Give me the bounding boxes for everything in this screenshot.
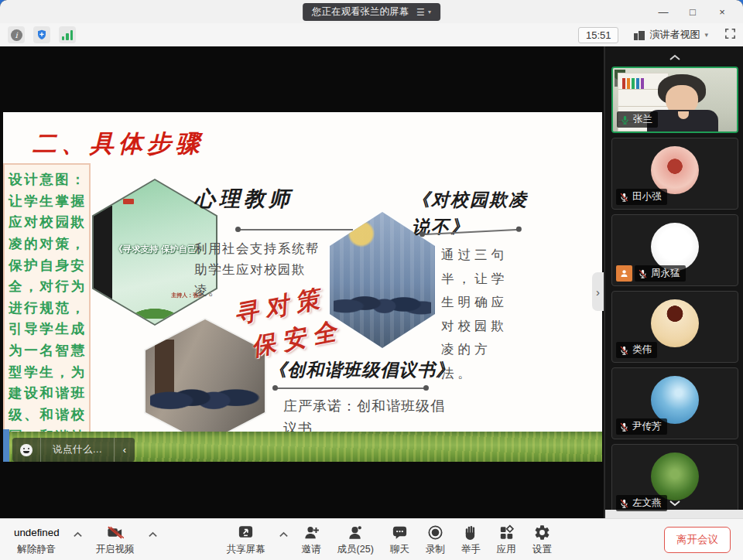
participant-tag-row: 尹传芳 xyxy=(616,418,667,435)
toolbar-button-label: 成员(25) xyxy=(337,543,374,556)
toolbar-button-label: 开启视频 xyxy=(96,543,135,556)
member-role-badge-icon xyxy=(616,265,632,282)
participant-tile[interactable]: 类伟 xyxy=(611,291,738,363)
toolbar-chat-button[interactable]: 聊天 xyxy=(385,521,414,558)
participant-avatar xyxy=(651,452,699,500)
participant-nametag: 周永猛 xyxy=(635,265,686,282)
toolbar-button-label: 举手 xyxy=(461,543,481,556)
presentation-slide: 二、具体步骤 设计意图：让学生掌握应对校园欺凌的对策，保护自身安全，对行为进行规… xyxy=(3,112,602,462)
toolbar-invite-button[interactable]: 邀请 xyxy=(297,521,326,558)
slide-title: 二、具体步骤 xyxy=(33,128,204,160)
participant-tag-row: 张兰 xyxy=(617,111,658,128)
chat-input-placeholder[interactable]: 说点什么... xyxy=(41,438,115,462)
participants-sidebar: 张兰田小强周永猛类伟尹传芳左文燕 xyxy=(604,46,743,518)
quick-chat-bar[interactable]: 说点什么... ‹ xyxy=(12,438,135,462)
meeting-infobar: i 15:51 演讲者视图 ▾ xyxy=(0,23,743,47)
scroll-down-chevron[interactable] xyxy=(665,497,685,508)
toolbar-button-label: 应用 xyxy=(497,543,516,556)
scroll-up-chevron[interactable] xyxy=(665,52,685,63)
toolbar-apps-button[interactable]: 应用 xyxy=(492,521,521,558)
participant-nametag: 田小强 xyxy=(616,189,667,205)
toolbar-record-button[interactable]: 录制 xyxy=(421,521,450,558)
toolbar-hand-button[interactable]: 举手 xyxy=(457,521,485,558)
participant-nametag: 张兰 xyxy=(617,111,658,128)
toolbar-share-button[interactable]: 共享屏幕 xyxy=(222,521,270,558)
connector-line xyxy=(274,388,427,389)
meeting-timer: 15:51 xyxy=(578,27,619,43)
minimize-button[interactable]: — xyxy=(649,6,678,18)
members-icon xyxy=(347,523,365,541)
toolbar-members-button[interactable]: 成员(25) xyxy=(333,521,378,558)
collapse-chat-icon[interactable]: ‹ xyxy=(115,438,135,462)
participant-name: 周永猛 xyxy=(651,267,680,280)
participant-tag-row: 田小强 xyxy=(616,189,667,205)
participant-tag-row: 左文燕 xyxy=(616,495,667,511)
banner-caret-icon: ▾ xyxy=(428,9,431,15)
participant-avatar xyxy=(651,376,699,424)
mic-muted-icon xyxy=(619,422,629,432)
hand-icon xyxy=(462,523,480,541)
mic-muted-icon xyxy=(619,345,629,356)
security-shield-icon[interactable] xyxy=(33,26,50,43)
participant-tile[interactable]: 张兰 xyxy=(611,67,738,133)
video-icon xyxy=(106,523,124,541)
chat-icon xyxy=(391,523,409,541)
screen-watching-label: 您正在观看张兰的屏幕 xyxy=(312,5,409,19)
photo-edge xyxy=(3,429,9,462)
chevron-up-icon[interactable] xyxy=(71,528,84,540)
leave-meeting-button[interactable]: 离开会议 xyxy=(664,527,731,553)
mic-muted-icon xyxy=(638,268,648,279)
toolbar-buttons: undefined解除静音开启视频共享屏幕邀请成员(25)聊天录制举手应用设置 xyxy=(9,521,556,558)
participant-tag-row: 类伟 xyxy=(616,342,657,358)
participant-tile[interactable]: 田小强 xyxy=(611,138,738,210)
participant-tile[interactable]: 周永猛 xyxy=(611,214,738,286)
participant-avatar xyxy=(651,299,699,347)
share-icon xyxy=(237,523,255,541)
view-mode-button[interactable]: 演讲者视图 ▾ xyxy=(629,26,713,44)
mute-icon: undefined xyxy=(14,523,60,541)
close-button[interactable]: × xyxy=(707,6,737,18)
sidebar-collapse-handle[interactable]: › xyxy=(592,272,604,311)
shared-screen: 二、具体步骤 设计意图：让学生掌握应对校园欺凌的对策，保护自身安全，对行为进行规… xyxy=(0,46,604,518)
mic-on-icon xyxy=(620,114,630,125)
toolbar-button-label: 录制 xyxy=(426,543,445,556)
design-intent-panel: 设计意图：让学生掌握应对校园欺凌的对策，保护自身安全，对行为进行规范，引导学生成… xyxy=(3,163,91,462)
participant-name: 田小强 xyxy=(632,190,662,203)
layout-icon xyxy=(634,29,645,40)
participant-nametag: 类伟 xyxy=(616,342,657,358)
emoji-icon[interactable] xyxy=(12,438,41,462)
design-intent-text: 设计意图：让学生掌握应对校园欺凌的对策，保护自身安全，对行为进行规范，引导学生成… xyxy=(9,172,85,462)
maximize-button[interactable]: □ xyxy=(678,6,707,18)
chevron-up-icon[interactable] xyxy=(146,528,159,540)
participant-tile[interactable]: 尹传芳 xyxy=(611,367,738,439)
participant-name: 尹传芳 xyxy=(632,420,662,433)
section-heading-proposal: 《创和谐班级倡议书》 xyxy=(269,358,454,382)
mic-muted-icon xyxy=(619,192,629,203)
toolbar-settings-button[interactable]: 设置 xyxy=(528,521,556,558)
toolbar-button-label: 设置 xyxy=(532,543,552,556)
network-signal-icon xyxy=(59,26,76,43)
meeting-toolbar: undefined解除静音开启视频共享屏幕邀请成员(25)聊天录制举手应用设置 … xyxy=(0,518,743,560)
fullscreen-button[interactable] xyxy=(724,27,737,43)
hexagon-classroom-photo-2 xyxy=(144,318,266,445)
section-heading-psych-teacher: 心理教师 xyxy=(194,185,293,213)
meeting-window: 您正在观看张兰的屏幕 ☰▾ — □ × i 15:51 演讲者视图 ▾ xyxy=(0,0,743,560)
toolbar-video-button[interactable]: 开启视频 xyxy=(91,521,139,558)
participant-tag-row: 周永猛 xyxy=(616,265,686,282)
toolbar-button-label: 解除静音 xyxy=(17,543,56,556)
apps-icon xyxy=(498,523,515,541)
toolbar-button-label: 邀请 xyxy=(302,543,321,556)
participant-list: 张兰田小强周永猛类伟尹传芳左文燕 xyxy=(611,67,738,521)
participant-avatar xyxy=(651,223,699,271)
banner-menu-icon[interactable]: ☰ xyxy=(416,7,425,18)
participant-avatar xyxy=(651,146,699,194)
meeting-info-icon[interactable]: i xyxy=(8,26,25,43)
chevron-up-icon[interactable] xyxy=(277,528,290,540)
screen-watching-banner[interactable]: 您正在观看张兰的屏幕 ☰▾ xyxy=(303,3,440,21)
toolbar-button-label: 共享屏幕 xyxy=(227,543,265,556)
mic-muted-icon xyxy=(619,498,629,509)
participant-nametag: 左文燕 xyxy=(616,495,667,511)
toolbar-mute-button[interactable]: undefined解除静音 xyxy=(9,521,64,558)
toolbar-button-label: 聊天 xyxy=(390,543,409,556)
chevron-down-icon: ▾ xyxy=(704,31,708,39)
